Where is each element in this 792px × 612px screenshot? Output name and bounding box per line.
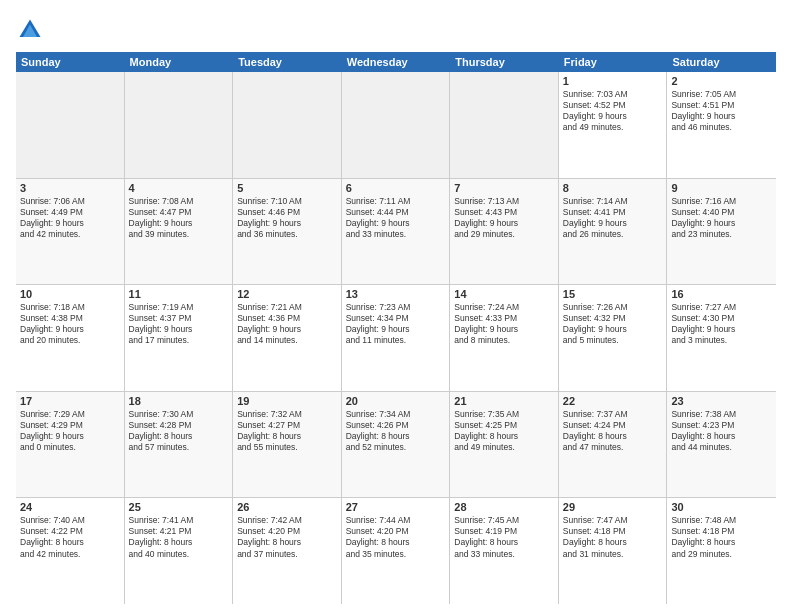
day-number: 10 xyxy=(20,288,120,300)
day-number: 23 xyxy=(671,395,772,407)
day-cell: 30Sunrise: 7:48 AM Sunset: 4:18 PM Dayli… xyxy=(667,498,776,604)
day-number: 8 xyxy=(563,182,663,194)
day-info: Sunrise: 7:48 AM Sunset: 4:18 PM Dayligh… xyxy=(671,515,772,559)
day-info: Sunrise: 7:06 AM Sunset: 4:49 PM Dayligh… xyxy=(20,196,120,240)
day-cell: 17Sunrise: 7:29 AM Sunset: 4:29 PM Dayli… xyxy=(16,392,125,498)
day-info: Sunrise: 7:30 AM Sunset: 4:28 PM Dayligh… xyxy=(129,409,229,453)
empty-cell xyxy=(342,72,451,178)
day-info: Sunrise: 7:21 AM Sunset: 4:36 PM Dayligh… xyxy=(237,302,337,346)
day-cell: 13Sunrise: 7:23 AM Sunset: 4:34 PM Dayli… xyxy=(342,285,451,391)
calendar-row: 24Sunrise: 7:40 AM Sunset: 4:22 PM Dayli… xyxy=(16,498,776,604)
day-cell: 29Sunrise: 7:47 AM Sunset: 4:18 PM Dayli… xyxy=(559,498,668,604)
day-number: 22 xyxy=(563,395,663,407)
day-number: 14 xyxy=(454,288,554,300)
day-number: 30 xyxy=(671,501,772,513)
day-cell: 9Sunrise: 7:16 AM Sunset: 4:40 PM Daylig… xyxy=(667,179,776,285)
calendar-row: 1Sunrise: 7:03 AM Sunset: 4:52 PM Daylig… xyxy=(16,72,776,179)
day-info: Sunrise: 7:42 AM Sunset: 4:20 PM Dayligh… xyxy=(237,515,337,559)
day-info: Sunrise: 7:29 AM Sunset: 4:29 PM Dayligh… xyxy=(20,409,120,453)
day-info: Sunrise: 7:41 AM Sunset: 4:21 PM Dayligh… xyxy=(129,515,229,559)
day-info: Sunrise: 7:47 AM Sunset: 4:18 PM Dayligh… xyxy=(563,515,663,559)
day-cell: 21Sunrise: 7:35 AM Sunset: 4:25 PM Dayli… xyxy=(450,392,559,498)
day-info: Sunrise: 7:44 AM Sunset: 4:20 PM Dayligh… xyxy=(346,515,446,559)
day-info: Sunrise: 7:03 AM Sunset: 4:52 PM Dayligh… xyxy=(563,89,663,133)
weekday-header: Friday xyxy=(559,52,668,72)
day-cell: 19Sunrise: 7:32 AM Sunset: 4:27 PM Dayli… xyxy=(233,392,342,498)
day-cell: 24Sunrise: 7:40 AM Sunset: 4:22 PM Dayli… xyxy=(16,498,125,604)
day-number: 29 xyxy=(563,501,663,513)
day-info: Sunrise: 7:45 AM Sunset: 4:19 PM Dayligh… xyxy=(454,515,554,559)
day-number: 7 xyxy=(454,182,554,194)
day-cell: 11Sunrise: 7:19 AM Sunset: 4:37 PM Dayli… xyxy=(125,285,234,391)
day-number: 18 xyxy=(129,395,229,407)
day-cell: 27Sunrise: 7:44 AM Sunset: 4:20 PM Dayli… xyxy=(342,498,451,604)
day-number: 17 xyxy=(20,395,120,407)
day-info: Sunrise: 7:38 AM Sunset: 4:23 PM Dayligh… xyxy=(671,409,772,453)
day-number: 27 xyxy=(346,501,446,513)
logo-icon xyxy=(16,16,44,44)
day-cell: 1Sunrise: 7:03 AM Sunset: 4:52 PM Daylig… xyxy=(559,72,668,178)
day-info: Sunrise: 7:34 AM Sunset: 4:26 PM Dayligh… xyxy=(346,409,446,453)
day-info: Sunrise: 7:10 AM Sunset: 4:46 PM Dayligh… xyxy=(237,196,337,240)
day-info: Sunrise: 7:40 AM Sunset: 4:22 PM Dayligh… xyxy=(20,515,120,559)
day-cell: 10Sunrise: 7:18 AM Sunset: 4:38 PM Dayli… xyxy=(16,285,125,391)
header xyxy=(16,16,776,44)
day-number: 28 xyxy=(454,501,554,513)
day-number: 3 xyxy=(20,182,120,194)
page: SundayMondayTuesdayWednesdayThursdayFrid… xyxy=(0,0,792,612)
day-number: 19 xyxy=(237,395,337,407)
day-cell: 5Sunrise: 7:10 AM Sunset: 4:46 PM Daylig… xyxy=(233,179,342,285)
calendar-body: 1Sunrise: 7:03 AM Sunset: 4:52 PM Daylig… xyxy=(16,72,776,604)
day-number: 25 xyxy=(129,501,229,513)
day-cell: 18Sunrise: 7:30 AM Sunset: 4:28 PM Dayli… xyxy=(125,392,234,498)
empty-cell xyxy=(125,72,234,178)
day-number: 26 xyxy=(237,501,337,513)
empty-cell xyxy=(450,72,559,178)
weekday-header: Saturday xyxy=(667,52,776,72)
day-cell: 26Sunrise: 7:42 AM Sunset: 4:20 PM Dayli… xyxy=(233,498,342,604)
day-number: 12 xyxy=(237,288,337,300)
day-cell: 15Sunrise: 7:26 AM Sunset: 4:32 PM Dayli… xyxy=(559,285,668,391)
day-info: Sunrise: 7:24 AM Sunset: 4:33 PM Dayligh… xyxy=(454,302,554,346)
day-cell: 6Sunrise: 7:11 AM Sunset: 4:44 PM Daylig… xyxy=(342,179,451,285)
empty-cell xyxy=(233,72,342,178)
day-info: Sunrise: 7:19 AM Sunset: 4:37 PM Dayligh… xyxy=(129,302,229,346)
day-cell: 3Sunrise: 7:06 AM Sunset: 4:49 PM Daylig… xyxy=(16,179,125,285)
day-info: Sunrise: 7:11 AM Sunset: 4:44 PM Dayligh… xyxy=(346,196,446,240)
day-info: Sunrise: 7:27 AM Sunset: 4:30 PM Dayligh… xyxy=(671,302,772,346)
day-number: 9 xyxy=(671,182,772,194)
day-info: Sunrise: 7:32 AM Sunset: 4:27 PM Dayligh… xyxy=(237,409,337,453)
day-info: Sunrise: 7:08 AM Sunset: 4:47 PM Dayligh… xyxy=(129,196,229,240)
day-number: 6 xyxy=(346,182,446,194)
day-cell: 12Sunrise: 7:21 AM Sunset: 4:36 PM Dayli… xyxy=(233,285,342,391)
day-cell: 7Sunrise: 7:13 AM Sunset: 4:43 PM Daylig… xyxy=(450,179,559,285)
calendar-header: SundayMondayTuesdayWednesdayThursdayFrid… xyxy=(16,52,776,72)
calendar-row: 3Sunrise: 7:06 AM Sunset: 4:49 PM Daylig… xyxy=(16,179,776,286)
day-number: 21 xyxy=(454,395,554,407)
day-cell: 2Sunrise: 7:05 AM Sunset: 4:51 PM Daylig… xyxy=(667,72,776,178)
logo xyxy=(16,16,48,44)
day-number: 2 xyxy=(671,75,772,87)
day-info: Sunrise: 7:13 AM Sunset: 4:43 PM Dayligh… xyxy=(454,196,554,240)
day-cell: 14Sunrise: 7:24 AM Sunset: 4:33 PM Dayli… xyxy=(450,285,559,391)
day-number: 1 xyxy=(563,75,663,87)
day-info: Sunrise: 7:23 AM Sunset: 4:34 PM Dayligh… xyxy=(346,302,446,346)
day-cell: 28Sunrise: 7:45 AM Sunset: 4:19 PM Dayli… xyxy=(450,498,559,604)
day-number: 16 xyxy=(671,288,772,300)
day-info: Sunrise: 7:14 AM Sunset: 4:41 PM Dayligh… xyxy=(563,196,663,240)
empty-cell xyxy=(16,72,125,178)
day-cell: 22Sunrise: 7:37 AM Sunset: 4:24 PM Dayli… xyxy=(559,392,668,498)
day-cell: 16Sunrise: 7:27 AM Sunset: 4:30 PM Dayli… xyxy=(667,285,776,391)
day-info: Sunrise: 7:16 AM Sunset: 4:40 PM Dayligh… xyxy=(671,196,772,240)
calendar-row: 10Sunrise: 7:18 AM Sunset: 4:38 PM Dayli… xyxy=(16,285,776,392)
weekday-header: Tuesday xyxy=(233,52,342,72)
calendar: SundayMondayTuesdayWednesdayThursdayFrid… xyxy=(16,52,776,604)
weekday-header: Thursday xyxy=(450,52,559,72)
weekday-header: Monday xyxy=(125,52,234,72)
weekday-header: Wednesday xyxy=(342,52,451,72)
calendar-row: 17Sunrise: 7:29 AM Sunset: 4:29 PM Dayli… xyxy=(16,392,776,499)
weekday-header: Sunday xyxy=(16,52,125,72)
day-cell: 20Sunrise: 7:34 AM Sunset: 4:26 PM Dayli… xyxy=(342,392,451,498)
day-number: 24 xyxy=(20,501,120,513)
day-cell: 23Sunrise: 7:38 AM Sunset: 4:23 PM Dayli… xyxy=(667,392,776,498)
